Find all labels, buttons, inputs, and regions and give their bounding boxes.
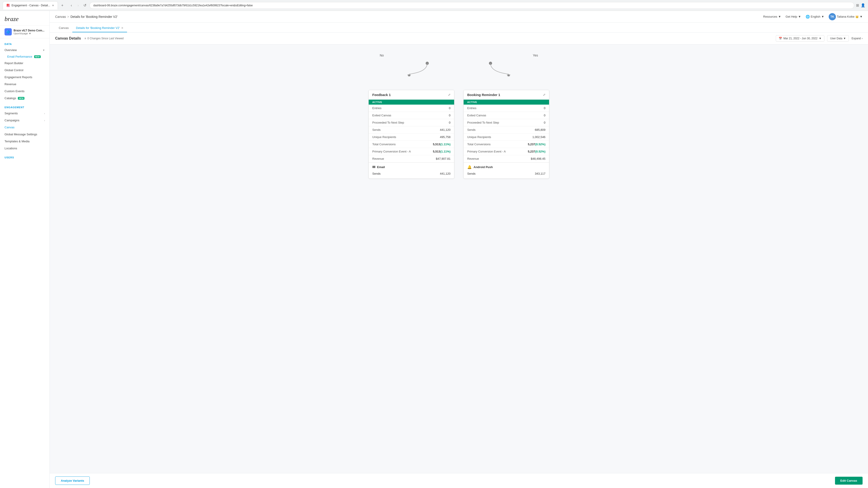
unique-recipients-value: 495,758 <box>440 135 451 139</box>
booking-reminder1-body: Entries 0 Exited Canvas 0 Proceeded To N… <box>464 105 549 162</box>
date-range-text: Mar 21, 2022 - Jun 30, 2022 <box>783 37 817 40</box>
br1-primary-conversion-label: Primary Conversion Event - A <box>467 150 528 153</box>
sidebar-item-custom-events[interactable]: Custom Events <box>0 88 50 95</box>
back-button[interactable]: ‹ <box>69 3 74 8</box>
email-channel-icon: ✉ <box>372 165 375 169</box>
org-dropdown-icon: ▼ <box>29 32 31 35</box>
feedback1-exited-canvas-row: Exited Canvas 0 <box>369 112 454 119</box>
booking-reminder1-card-header: Booking Reminder 1 ⤢ <box>464 90 549 100</box>
canvas-flow-area: No Yes <box>50 44 868 473</box>
analyze-variants-button[interactable]: Analyze Variants <box>55 477 90 485</box>
edit-canvas-button[interactable]: Edit Canvas <box>835 477 863 485</box>
engagement-reports-label: Engagement Reports <box>4 75 32 79</box>
br1-sends-label: Sends <box>467 128 535 131</box>
br1-sends-value: 685,809 <box>535 128 546 131</box>
get-help-button[interactable]: Get Help ▼ <box>785 15 801 18</box>
org-sub: UponVoyage ▼ <box>13 32 45 35</box>
templates-media-label: Templates & Media <box>4 140 30 143</box>
tab-close-button[interactable]: ✕ <box>121 26 123 30</box>
canvas-tab-label: Canvas <box>59 26 69 30</box>
refresh-button[interactable]: ↺ <box>82 3 88 8</box>
tab-title: Engagement - Canvas - Detail... <box>11 4 50 7</box>
feedback1-card: Feedback 1 ⤢ ACTIVE Entries 0 Exited Can… <box>368 90 454 179</box>
user-menu-button[interactable]: TK Tatiana Koike 👑 ▼ <box>829 13 863 20</box>
extensions-icon[interactable]: ⊞ <box>856 3 859 7</box>
canvas-details-title: Canvas Details <box>55 36 81 40</box>
new-tab-button[interactable]: + <box>60 3 65 8</box>
url-bar[interactable]: dashboard-06.braze.com/engagement/canvas… <box>90 2 854 9</box>
overview-label: Overview <box>4 48 17 52</box>
sidebar-item-campaigns[interactable]: Campaigns › <box>0 117 50 124</box>
sidebar-item-engagement-reports[interactable]: Engagement Reports <box>0 74 50 80</box>
sidebar-item-report-builder[interactable]: Report Builder <box>0 60 50 67</box>
resources-button[interactable]: Resources ▼ <box>763 15 781 18</box>
sidebar-item-revenue[interactable]: Revenue <box>0 80 50 88</box>
language-label: English <box>811 15 820 18</box>
tab-close-icon[interactable]: ✕ <box>52 4 54 7</box>
unique-recipients-label: Unique Recipients <box>372 135 440 139</box>
sidebar-item-canvas[interactable]: Canvas <box>0 124 50 131</box>
forward-button[interactable]: › <box>75 3 81 8</box>
br1-total-conversions-value: 5,237(0.52%) <box>528 142 546 146</box>
sidebar-item-templates-media[interactable]: Templates & Media <box>0 138 50 145</box>
sidebar-item-global-message-settings[interactable]: Global Message Settings <box>0 131 50 138</box>
changes-badge: ≡ 0 Changes Since Last Viewed <box>85 37 124 40</box>
booking-reminder1-expand-icon[interactable]: ⤢ <box>543 93 546 96</box>
channel-sends-value: 441,120 <box>440 172 451 175</box>
booking-reminder1-card: Booking Reminder 1 ⤢ ACTIVE Entries 0 Ex… <box>463 90 549 179</box>
expand-button[interactable]: Expand › <box>851 37 863 40</box>
breadcrumb-canvas[interactable]: Canvas <box>55 15 66 19</box>
proceeded-label: Proceeded To Next Step <box>372 121 449 124</box>
language-button[interactable]: 🌐 English ▼ <box>806 15 825 19</box>
sidebar-item-catalogs[interactable]: Catalogs NEW <box>0 95 50 102</box>
feedback1-status: ACTIVE <box>369 100 454 105</box>
breadcrumb: Canvas > Details for 'Booking Reminder V… <box>55 15 118 19</box>
sidebar-item-global-control[interactable]: Global Control <box>0 67 50 74</box>
br1-revenue-value: $48,498.45 <box>531 157 546 160</box>
email-channel-label: Email <box>377 165 385 169</box>
proceeded-value: 0 <box>449 121 451 124</box>
sidebar-item-locations[interactable]: Locations <box>0 145 50 152</box>
br1-exited-canvas-label: Exited Canvas <box>467 113 544 117</box>
custom-events-label: Custom Events <box>4 90 24 93</box>
sidebar-org-switcher[interactable]: 🔷 Braze vILT Demo Com... UponVoyage ▼ <box>0 26 50 38</box>
br1-proceeded-row: Proceeded To Next Step 0 <box>464 119 549 126</box>
booking-reminder1-status: ACTIVE <box>464 100 549 105</box>
revenue-label: Revenue <box>4 83 16 86</box>
canvas-header-right: 📅 Mar 21, 2022 - Jun 30, 2022 ▼ User Dat… <box>776 35 863 41</box>
sidebar-item-overview[interactable]: Overview ▼ <box>0 46 50 54</box>
br1-channel-sends-row: Sends 343,117 <box>467 171 546 176</box>
profile-icon[interactable]: 👤 <box>861 3 865 7</box>
sidebar: braze 🔷 Braze vILT Demo Com... UponVoyag… <box>0 11 50 488</box>
sidebar-item-email-performance[interactable]: Email Performance NEW <box>0 54 50 60</box>
br1-primary-conversion-value: 5,237(0.52%) <box>528 150 546 153</box>
canvas-details-header: Canvas Details ≡ 0 Changes Since Last Vi… <box>50 33 868 44</box>
user-data-button[interactable]: User Data ▼ <box>827 35 849 41</box>
sidebar-item-segments[interactable]: Segments › <box>0 110 50 117</box>
date-range-button[interactable]: 📅 Mar 21, 2022 - Jun 30, 2022 ▼ <box>776 35 825 41</box>
android-push-channel-label: Android Push <box>473 165 493 169</box>
changes-icon: ≡ <box>85 37 86 40</box>
browser-tab-active[interactable]: 🔴 Engagement - Canvas - Detail... ✕ <box>3 1 58 9</box>
br1-sends-row: Sends 685,809 <box>464 126 549 133</box>
feedback1-revenue-row: Revenue $47,907.81 <box>369 155 454 162</box>
user-data-dropdown-icon: ▼ <box>843 37 846 40</box>
feedback1-body: Entries 0 Exited Canvas 0 Proceeded To N… <box>369 105 454 162</box>
sidebar-logo[interactable]: braze <box>0 11 50 26</box>
br1-primary-conversion-row: Primary Conversion Event - A 5,237(0.52%… <box>464 148 549 155</box>
step-cards-row: Feedback 1 ⤢ ACTIVE Entries 0 Exited Can… <box>59 90 859 179</box>
expand-label: Expand <box>851 37 861 40</box>
br1-exited-canvas-value: 0 <box>544 113 546 117</box>
entries-value: 0 <box>449 106 451 110</box>
browser-chrome: 🔴 Engagement - Canvas - Detail... ✕ + ‹ … <box>0 0 868 11</box>
tab-canvas[interactable]: Canvas <box>55 24 72 32</box>
changes-label: 0 Changes Since Last Viewed <box>88 37 124 40</box>
get-help-label: Get Help <box>785 15 797 18</box>
feedback1-channel-header: ✉ Email <box>372 165 451 169</box>
sidebar-section-data: DATA <box>0 38 50 46</box>
sends-value: 441,120 <box>440 128 451 131</box>
users-section-label: USERS <box>4 156 14 159</box>
feedback1-expand-icon[interactable]: ⤢ <box>448 93 451 96</box>
top-navigation: Canvas > Details for 'Booking Reminder V… <box>50 11 868 23</box>
tab-booking-reminder[interactable]: Details for 'Booking Reminder V2' ✕ <box>72 24 127 32</box>
